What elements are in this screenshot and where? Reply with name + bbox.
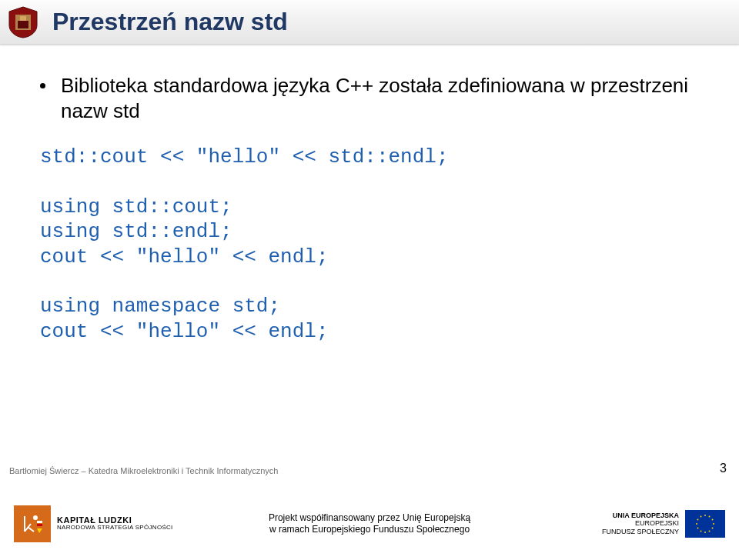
bullet-item: Biblioteka standardowa języka C++ został… (40, 73, 699, 123)
footer-logo-bar: KAPITAŁ LUDZKI NARODOWA STRATEGIA SPÓJNO… (0, 487, 739, 560)
svg-rect-2 (20, 16, 26, 21)
code-token: std::endl; (316, 145, 449, 168)
kl-logo-text: KAPITAŁ LUDZKI NARODOWA STRATEGIA SPÓJNO… (57, 515, 173, 532)
eu-logo-block: UNIA EUROPEJSKA EUROPEJSKI FUNDUSZ SPOŁE… (602, 510, 725, 538)
svg-rect-5 (37, 524, 42, 526)
code-line: using std::endl; (40, 220, 232, 243)
code-token: "hello" (124, 320, 232, 343)
code-block-2: using std::cout; using std::endl; cout <… (40, 195, 699, 270)
code-block-1: std::cout << "hello" << std::endl; (40, 145, 699, 170)
author-footer: Bartłomiej Świercz – Katedra Mikroelektr… (9, 466, 278, 475)
svg-point-9 (712, 518, 714, 520)
svg-point-12 (709, 530, 711, 532)
code-token: << (293, 145, 316, 168)
code-token: << (232, 245, 256, 268)
center-line1: Projekt współfinansowany przez Unię Euro… (269, 512, 470, 524)
code-token: std::cout (40, 145, 160, 168)
cofinancing-text: Projekt współfinansowany przez Unię Euro… (269, 512, 470, 535)
bullet-dot-icon (40, 83, 45, 88)
code-token: << (160, 145, 184, 168)
svg-point-8 (709, 515, 711, 517)
svg-point-3 (33, 515, 38, 520)
svg-marker-6 (37, 528, 42, 533)
svg-point-17 (697, 518, 699, 520)
svg-point-13 (704, 532, 706, 533)
kl-logo-icon (14, 505, 51, 542)
svg-point-7 (704, 515, 706, 516)
svg-point-11 (712, 527, 714, 528)
code-token: "hello" (124, 245, 232, 268)
eu-line1: UNIA EUROPEJSKA (602, 512, 679, 519)
slide-title: Przestrzeń nazw std (52, 8, 288, 36)
svg-point-18 (701, 515, 702, 517)
code-token: << (100, 245, 124, 268)
svg-point-14 (701, 530, 702, 532)
code-token: cout (40, 320, 100, 343)
code-token: endl; (256, 320, 329, 343)
kl-line2: NARODOWA STRATEGIA SPÓJNOŚCI (57, 525, 173, 532)
code-token: << (100, 320, 124, 343)
slide-header: Przestrzeń nazw std (0, 0, 739, 45)
slide-content: Biblioteka standardowa języka C++ został… (40, 73, 699, 368)
kapital-ludzki-logo: KAPITAŁ LUDZKI NARODOWA STRATEGIA SPÓJNO… (14, 505, 173, 542)
code-token: "hello" (184, 145, 292, 168)
eu-text: UNIA EUROPEJSKA EUROPEJSKI FUNDUSZ SPOŁE… (602, 512, 679, 535)
svg-point-15 (697, 527, 699, 528)
code-token: << (232, 320, 256, 343)
svg-rect-4 (37, 521, 42, 523)
svg-rect-1 (18, 21, 28, 28)
svg-point-16 (696, 523, 697, 525)
code-token: endl; (256, 245, 329, 268)
eu-line3: FUNDUSZ SPOŁECZNY (602, 528, 679, 535)
code-token: cout (40, 245, 100, 268)
code-area: std::cout << "hello" << std::endl; using… (40, 145, 699, 344)
center-line2: w ramach Europejskiego Funduszu Społeczn… (269, 524, 470, 535)
svg-point-10 (713, 523, 714, 525)
eu-line2: EUROPEJSKI (602, 519, 679, 527)
eu-flag-icon (685, 510, 725, 538)
code-line: using std::cout; (40, 195, 232, 218)
page-number: 3 (720, 462, 727, 475)
bullet-text: Biblioteka standardowa języka C++ został… (61, 73, 699, 123)
university-logo (6, 5, 40, 39)
code-block-3: using namespace std; cout << "hello" << … (40, 294, 699, 344)
code-line: using namespace std; (40, 295, 280, 318)
